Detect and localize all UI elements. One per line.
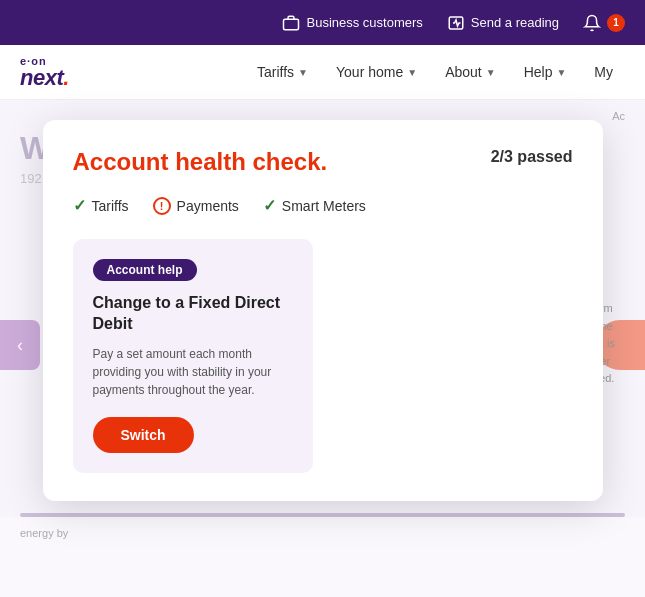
nav-items: Tariffs ▼ Your home ▼ About ▼ Help ▼ My bbox=[245, 56, 625, 88]
nav-item-your-home[interactable]: Your home ▼ bbox=[324, 56, 429, 88]
payments-warn-icon: ! bbox=[153, 197, 171, 215]
logo-dot: . bbox=[63, 65, 69, 90]
tariffs-status: ✓ Tariffs bbox=[73, 196, 129, 215]
about-chevron-icon: ▼ bbox=[486, 67, 496, 78]
logo-next: next. bbox=[20, 67, 69, 89]
help-chevron-icon: ▼ bbox=[556, 67, 566, 78]
notification-badge: 1 bbox=[607, 14, 625, 32]
main-nav: e·on next. Tariffs ▼ Your home ▼ About ▼… bbox=[0, 45, 645, 100]
status-row: ✓ Tariffs ! Payments ✓ Smart Meters bbox=[73, 196, 573, 215]
payments-status-label: Payments bbox=[177, 198, 239, 214]
modal-header: Account health check. 2/3 passed bbox=[73, 148, 573, 176]
nav-item-tariffs[interactable]: Tariffs ▼ bbox=[245, 56, 320, 88]
send-reading-label: Send a reading bbox=[471, 15, 559, 30]
payments-status: ! Payments bbox=[153, 197, 239, 215]
health-score: 2/3 passed bbox=[491, 148, 573, 166]
help-card-title: Change to a Fixed Direct Debit bbox=[93, 293, 293, 335]
top-bar: Business customers Send a reading 1 bbox=[0, 0, 645, 45]
send-reading-link[interactable]: Send a reading bbox=[447, 14, 559, 32]
your-home-chevron-icon: ▼ bbox=[407, 67, 417, 78]
logo[interactable]: e·on next. bbox=[20, 56, 69, 89]
smart-meters-status-label: Smart Meters bbox=[282, 198, 366, 214]
nav-item-about[interactable]: About ▼ bbox=[433, 56, 508, 88]
business-customers-label: Business customers bbox=[306, 15, 422, 30]
help-tag: Account help bbox=[93, 259, 197, 281]
tariffs-status-label: Tariffs bbox=[92, 198, 129, 214]
help-card: Account help Change to a Fixed Direct De… bbox=[73, 239, 313, 473]
notifications[interactable]: 1 bbox=[583, 14, 625, 32]
svg-rect-0 bbox=[284, 19, 299, 30]
briefcase-icon bbox=[282, 14, 300, 32]
help-card-description: Pay a set amount each month providing yo… bbox=[93, 345, 293, 399]
smart-meters-status: ✓ Smart Meters bbox=[263, 196, 366, 215]
modal-overlay: Account health check. 2/3 passed ✓ Tarif… bbox=[0, 100, 645, 597]
nav-item-help[interactable]: Help ▼ bbox=[512, 56, 579, 88]
meter-icon bbox=[447, 14, 465, 32]
tariffs-chevron-icon: ▼ bbox=[298, 67, 308, 78]
tariffs-check-icon: ✓ bbox=[73, 196, 86, 215]
nav-item-my[interactable]: My bbox=[582, 56, 625, 88]
health-check-title: Account health check. bbox=[73, 148, 328, 176]
health-check-modal: Account health check. 2/3 passed ✓ Tarif… bbox=[43, 120, 603, 501]
switch-button[interactable]: Switch bbox=[93, 417, 194, 453]
business-customers-link[interactable]: Business customers bbox=[282, 14, 422, 32]
bell-icon bbox=[583, 14, 601, 32]
smart-meters-check-icon: ✓ bbox=[263, 196, 276, 215]
